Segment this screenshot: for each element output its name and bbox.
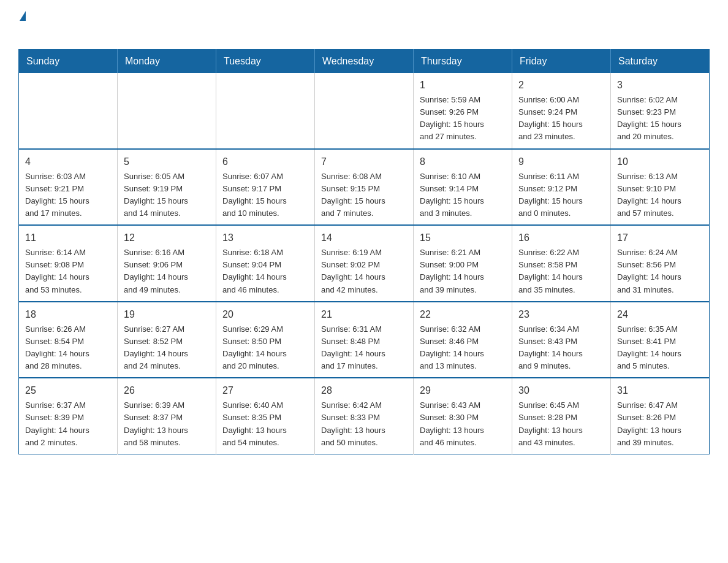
calendar-cell: 1Sunrise: 5:59 AM Sunset: 9:26 PM Daylig…	[414, 73, 512, 149]
day-number: 7	[321, 155, 407, 169]
calendar-cell: 11Sunrise: 6:14 AM Sunset: 9:08 PM Dayli…	[19, 225, 118, 302]
calendar-week-row: 25Sunrise: 6:37 AM Sunset: 8:39 PM Dayli…	[19, 378, 710, 454]
calendar-week-row: 1Sunrise: 5:59 AM Sunset: 9:26 PM Daylig…	[19, 73, 710, 149]
logo-triangle-icon	[20, 11, 26, 21]
calendar-cell: 21Sunrise: 6:31 AM Sunset: 8:48 PM Dayli…	[315, 302, 414, 378]
day-number: 25	[25, 383, 111, 398]
day-info: Sunrise: 6:47 AM Sunset: 8:26 PM Dayligh…	[617, 399, 703, 449]
calendar-cell: 19Sunrise: 6:27 AM Sunset: 8:52 PM Dayli…	[118, 302, 216, 378]
calendar-cell: 28Sunrise: 6:42 AM Sunset: 8:33 PM Dayli…	[315, 378, 414, 454]
day-info: Sunrise: 6:29 AM Sunset: 8:50 PM Dayligh…	[222, 323, 308, 373]
day-info: Sunrise: 6:10 AM Sunset: 9:14 PM Dayligh…	[420, 170, 506, 220]
calendar-cell: 27Sunrise: 6:40 AM Sunset: 8:35 PM Dayli…	[216, 378, 315, 454]
calendar-cell: 6Sunrise: 6:07 AM Sunset: 9:17 PM Daylig…	[216, 149, 315, 226]
day-number: 29	[420, 383, 506, 398]
day-info: Sunrise: 6:11 AM Sunset: 9:12 PM Dayligh…	[518, 170, 604, 220]
day-info: Sunrise: 6:02 AM Sunset: 9:23 PM Dayligh…	[617, 94, 703, 144]
day-number: 18	[25, 307, 111, 322]
day-info: Sunrise: 6:37 AM Sunset: 8:39 PM Dayligh…	[25, 399, 111, 449]
day-number: 6	[222, 155, 308, 169]
day-number: 20	[222, 307, 308, 322]
calendar-week-row: 18Sunrise: 6:26 AM Sunset: 8:54 PM Dayli…	[19, 302, 710, 378]
day-number: 10	[617, 155, 703, 169]
calendar-table: SundayMondayTuesdayWednesdayThursdayFrid…	[18, 49, 710, 454]
calendar-cell: 3Sunrise: 6:02 AM Sunset: 9:23 PM Daylig…	[611, 73, 710, 149]
day-number: 15	[420, 231, 506, 245]
day-number: 24	[617, 307, 703, 322]
calendar-cell: 12Sunrise: 6:16 AM Sunset: 9:06 PM Dayli…	[118, 225, 216, 302]
day-info: Sunrise: 6:45 AM Sunset: 8:28 PM Dayligh…	[518, 399, 604, 449]
calendar-cell: 9Sunrise: 6:11 AM Sunset: 9:12 PM Daylig…	[512, 149, 611, 226]
calendar-cell: 17Sunrise: 6:24 AM Sunset: 8:56 PM Dayli…	[611, 225, 710, 302]
day-info: Sunrise: 6:00 AM Sunset: 9:24 PM Dayligh…	[518, 94, 604, 144]
calendar-cell: 13Sunrise: 6:18 AM Sunset: 9:04 PM Dayli…	[216, 225, 315, 302]
day-number: 23	[518, 307, 604, 322]
calendar-cell: 31Sunrise: 6:47 AM Sunset: 8:26 PM Dayli…	[611, 378, 710, 454]
day-info: Sunrise: 6:07 AM Sunset: 9:17 PM Dayligh…	[222, 170, 308, 220]
day-info: Sunrise: 6:27 AM Sunset: 8:52 PM Dayligh…	[124, 323, 210, 373]
day-info: Sunrise: 6:19 AM Sunset: 9:02 PM Dayligh…	[321, 247, 407, 296]
day-number: 3	[617, 78, 703, 93]
calendar-weekday-header: Saturday	[611, 50, 710, 74]
day-number: 19	[124, 307, 210, 322]
calendar-weekday-header: Sunday	[19, 50, 118, 74]
day-number: 27	[222, 383, 308, 398]
calendar-weekday-header: Monday	[118, 50, 216, 74]
day-info: Sunrise: 6:21 AM Sunset: 9:00 PM Dayligh…	[420, 247, 506, 296]
calendar-cell: 18Sunrise: 6:26 AM Sunset: 8:54 PM Dayli…	[19, 302, 118, 378]
day-info: Sunrise: 5:59 AM Sunset: 9:26 PM Dayligh…	[420, 94, 506, 144]
calendar-cell: 2Sunrise: 6:00 AM Sunset: 9:24 PM Daylig…	[512, 73, 611, 149]
day-info: Sunrise: 6:05 AM Sunset: 9:19 PM Dayligh…	[124, 170, 210, 220]
day-info: Sunrise: 6:14 AM Sunset: 9:08 PM Dayligh…	[25, 247, 111, 296]
page-header	[18, 12, 710, 38]
day-info: Sunrise: 6:31 AM Sunset: 8:48 PM Dayligh…	[321, 323, 407, 373]
calendar-weekday-header: Friday	[512, 50, 611, 74]
day-number: 9	[518, 155, 604, 169]
day-info: Sunrise: 6:34 AM Sunset: 8:43 PM Dayligh…	[518, 323, 604, 373]
day-number: 1	[420, 78, 506, 93]
day-number: 13	[222, 231, 308, 245]
day-number: 21	[321, 307, 407, 322]
day-number: 8	[420, 155, 506, 169]
calendar-weekday-header: Thursday	[414, 50, 512, 74]
calendar-cell: 7Sunrise: 6:08 AM Sunset: 9:15 PM Daylig…	[315, 149, 414, 226]
day-info: Sunrise: 6:39 AM Sunset: 8:37 PM Dayligh…	[124, 399, 210, 449]
day-info: Sunrise: 6:13 AM Sunset: 9:10 PM Dayligh…	[617, 170, 703, 220]
day-number: 4	[25, 155, 111, 169]
calendar-cell: 30Sunrise: 6:45 AM Sunset: 8:28 PM Dayli…	[512, 378, 611, 454]
day-info: Sunrise: 6:43 AM Sunset: 8:30 PM Dayligh…	[420, 399, 506, 449]
day-info: Sunrise: 6:26 AM Sunset: 8:54 PM Dayligh…	[25, 323, 111, 373]
day-number: 11	[25, 231, 111, 245]
calendar-cell: 26Sunrise: 6:39 AM Sunset: 8:37 PM Dayli…	[118, 378, 216, 454]
calendar-cell	[19, 73, 118, 149]
day-info: Sunrise: 6:32 AM Sunset: 8:46 PM Dayligh…	[420, 323, 506, 373]
day-number: 16	[518, 231, 604, 245]
day-info: Sunrise: 6:40 AM Sunset: 8:35 PM Dayligh…	[222, 399, 308, 449]
day-info: Sunrise: 6:35 AM Sunset: 8:41 PM Dayligh…	[617, 323, 703, 373]
calendar-week-row: 11Sunrise: 6:14 AM Sunset: 9:08 PM Dayli…	[19, 225, 710, 302]
calendar-cell: 23Sunrise: 6:34 AM Sunset: 8:43 PM Dayli…	[512, 302, 611, 378]
day-info: Sunrise: 6:03 AM Sunset: 9:21 PM Dayligh…	[25, 170, 111, 220]
calendar-cell	[315, 73, 414, 149]
day-number: 30	[518, 383, 604, 398]
calendar-weekday-header: Tuesday	[216, 50, 315, 74]
day-info: Sunrise: 6:16 AM Sunset: 9:06 PM Dayligh…	[124, 247, 210, 296]
day-number: 22	[420, 307, 506, 322]
day-number: 26	[124, 383, 210, 398]
calendar-cell: 4Sunrise: 6:03 AM Sunset: 9:21 PM Daylig…	[19, 149, 118, 226]
day-number: 14	[321, 231, 407, 245]
calendar-cell: 20Sunrise: 6:29 AM Sunset: 8:50 PM Dayli…	[216, 302, 315, 378]
day-number: 31	[617, 383, 703, 398]
calendar-weekday-header: Wednesday	[315, 50, 414, 74]
calendar-cell: 29Sunrise: 6:43 AM Sunset: 8:30 PM Dayli…	[414, 378, 512, 454]
calendar-cell	[118, 73, 216, 149]
calendar-week-row: 4Sunrise: 6:03 AM Sunset: 9:21 PM Daylig…	[19, 149, 710, 226]
calendar-cell: 24Sunrise: 6:35 AM Sunset: 8:41 PM Dayli…	[611, 302, 710, 378]
day-info: Sunrise: 6:08 AM Sunset: 9:15 PM Dayligh…	[321, 170, 407, 220]
day-number: 5	[124, 155, 210, 169]
day-number: 17	[617, 231, 703, 245]
day-number: 28	[321, 383, 407, 398]
day-info: Sunrise: 6:22 AM Sunset: 8:58 PM Dayligh…	[518, 247, 604, 296]
calendar-cell: 10Sunrise: 6:13 AM Sunset: 9:10 PM Dayli…	[611, 149, 710, 226]
calendar-cell: 25Sunrise: 6:37 AM Sunset: 8:39 PM Dayli…	[19, 378, 118, 454]
